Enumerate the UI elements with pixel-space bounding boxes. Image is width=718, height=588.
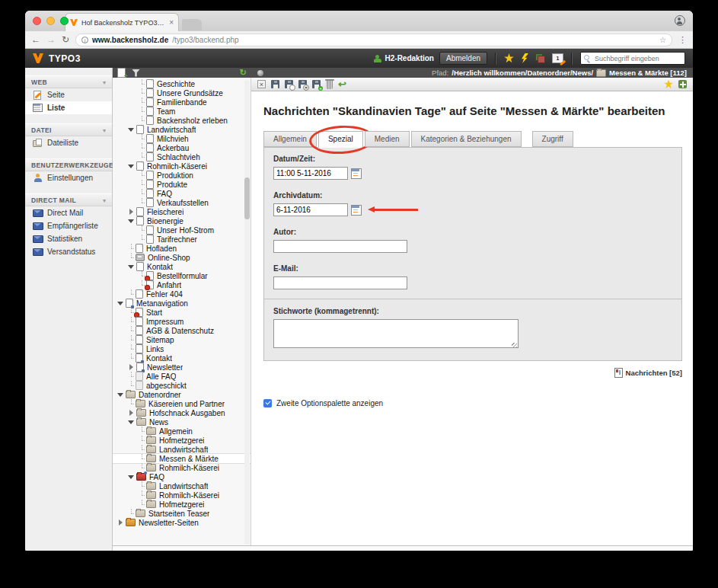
calendar-icon[interactable]: [351, 168, 362, 179]
tree-expander-icon[interactable]: [128, 419, 135, 426]
save-close-icon[interactable]: ×: [298, 80, 307, 88]
tree-scrollbar-thumb[interactable]: [244, 177, 250, 219]
tree-item-abgeschickt[interactable]: abgeschickt: [113, 381, 251, 390]
sidebar-item-empfängerliste[interactable]: Empfängerliste: [25, 219, 112, 232]
record-count-link[interactable]: Nachrichten [52]: [626, 369, 682, 377]
tree-item-hofmetzgerei[interactable]: Hofmetzgerei: [113, 436, 251, 445]
tree-expander-icon[interactable]: [128, 209, 135, 216]
calendar-icon[interactable]: [351, 205, 362, 216]
tab-zugriff[interactable]: Zugriff: [532, 131, 573, 147]
tree-item-produkte[interactable]: Produkte: [113, 180, 251, 189]
new-page-icon[interactable]: [117, 68, 126, 78]
sidebar-section-header[interactable]: WEB▾: [25, 75, 112, 88]
tree-item-produktion[interactable]: Produktion: [113, 171, 251, 180]
tree-item-familienbande[interactable]: Familienbande: [113, 97, 251, 107]
save-view-icon[interactable]: [285, 80, 293, 88]
tree-item-käsereien-und-partner[interactable]: Käsereien und Partner: [113, 399, 251, 408]
browser-profile-icon[interactable]: [675, 15, 685, 26]
tree-item-links[interactable]: Links: [113, 344, 251, 353]
sidebar-item-direct-mail[interactable]: Direct Mail: [25, 206, 112, 219]
close-icon[interactable]: [257, 80, 266, 88]
tree-item-sitemap[interactable]: Sitemap: [113, 335, 251, 344]
sidebar-item-versandstatus[interactable]: Versandstatus: [25, 245, 112, 258]
filter-icon[interactable]: [132, 69, 140, 77]
tree-expander-icon[interactable]: [128, 126, 135, 133]
current-record[interactable]: Messen & Märkte [112]: [609, 69, 687, 77]
tree-item-metanavigation[interactable]: Metanavigation: [113, 299, 251, 308]
tree-item-backensholz-erleben[interactable]: Backensholz erleben: [113, 116, 251, 125]
address-bar[interactable]: i www.backensholz.de /typo3/backend.php …: [75, 34, 672, 46]
tree-item-hofmetzgerei[interactable]: Hofmetzgerei: [113, 500, 251, 509]
undo-icon[interactable]: [338, 79, 346, 89]
minimize-window-button[interactable]: [46, 17, 55, 25]
tree-expander-icon[interactable]: [128, 364, 135, 371]
star-icon[interactable]: [504, 53, 514, 63]
tree-item-messen-märkte[interactable]: Messen & Märkte: [113, 454, 251, 463]
expand-icon[interactable]: [678, 80, 687, 88]
tree-item-team[interactable]: Team: [113, 107, 251, 116]
tree-item-faq[interactable]: FAQ: [113, 472, 251, 481]
reload-icon[interactable]: ↻: [62, 35, 69, 44]
tree-scrollbar[interactable]: [244, 80, 250, 545]
tree-item-newsletter[interactable]: Newsletter: [113, 363, 251, 372]
tab-allgemein[interactable]: Allgemein: [263, 131, 317, 147]
search-input[interactable]: [593, 54, 681, 63]
trash-icon[interactable]: [326, 81, 333, 89]
archivdatum-input[interactable]: [273, 203, 348, 216]
tree-item-tarifrechner[interactable]: Tarifrechner: [113, 235, 251, 244]
sidebar-item-einstellungen[interactable]: Einstellungen: [25, 171, 112, 184]
tree-item-newsletter-seiten[interactable]: Newsletter-Seiten: [113, 518, 251, 527]
tab-spezial[interactable]: Spezial: [318, 131, 363, 148]
zoom-window-button[interactable]: [60, 17, 69, 25]
tree-item-start[interactable]: Start: [113, 308, 251, 317]
tree-item-unser-hof-strom[interactable]: Unser Hof-Strom: [113, 225, 251, 235]
tree-item-fleischerei[interactable]: Fleischerei: [113, 207, 251, 216]
close-window-button[interactable]: [33, 17, 41, 25]
sidebar-item-statistiken[interactable]: Statistiken: [25, 232, 112, 245]
sidebar-section-header[interactable]: BENUTZERWERKZEUGE: [25, 158, 112, 171]
sidebar-section-header[interactable]: DIRECT MAIL▾: [25, 193, 112, 206]
bookmark-star-icon[interactable]: ☆: [659, 36, 666, 44]
logout-button[interactable]: Abmelden: [439, 52, 487, 65]
tree-item-hofladen[interactable]: Hofladen: [113, 244, 251, 253]
tree-expander-icon[interactable]: [117, 391, 124, 398]
tree-item-fehler-404[interactable]: Fehler 404: [113, 289, 251, 299]
bookmark-add-icon[interactable]: [664, 80, 673, 89]
email-input[interactable]: [273, 276, 407, 289]
stichworte-textarea[interactable]: [273, 319, 519, 348]
tree-expander-icon[interactable]: [117, 300, 124, 307]
tree-item-bestellformular[interactable]: Bestellformular: [113, 271, 251, 280]
tree-item-milchvieh[interactable]: Milchvieh: [113, 134, 251, 143]
sidebar-item-liste[interactable]: Liste: [25, 101, 112, 114]
tree-item-faq[interactable]: FAQ: [113, 189, 251, 198]
page-info-icon[interactable]: i: [81, 37, 88, 43]
tree-item-kontakt[interactable]: Kontakt: [113, 262, 251, 271]
tree-item-bioenergie[interactable]: Bioenergie: [113, 216, 251, 225]
browser-menu-icon[interactable]: ⋮: [678, 35, 687, 45]
forward-icon[interactable]: →: [46, 35, 56, 44]
tree-item-startseiten-teaser[interactable]: Startseiten Teaser: [113, 509, 251, 518]
tree-item-geschichte[interactable]: Geschichte: [113, 79, 251, 88]
sidebar-section-header[interactable]: DATEI▾: [25, 123, 112, 136]
autor-input[interactable]: [273, 240, 407, 253]
tree-expander-icon[interactable]: [128, 474, 135, 481]
tree-expander-icon[interactable]: [128, 264, 135, 270]
sidebar-item-seite[interactable]: Seite: [25, 88, 112, 101]
options-checkbox[interactable]: [263, 399, 272, 407]
sidebar-item-dateiliste[interactable]: Dateiliste: [25, 136, 112, 149]
tree-item-kontakt[interactable]: Kontakt: [113, 353, 251, 363]
tree-expander-icon[interactable]: [128, 218, 135, 225]
back-icon[interactable]: ←: [31, 35, 40, 44]
tab-medien[interactable]: Medien: [365, 131, 410, 147]
workspace-icon[interactable]: [535, 53, 545, 63]
tree-item-datenordner[interactable]: Datenordner: [113, 390, 251, 399]
tree-item-schlachtvieh[interactable]: Schlachtvieh: [113, 152, 251, 161]
tab-kategorien-beziehungen[interactable]: Kategorien & Beziehungen: [411, 131, 522, 147]
close-tab-icon[interactable]: ×: [169, 18, 174, 27]
tree-item-impressum[interactable]: Impressum: [113, 317, 251, 326]
tree-item-news[interactable]: News: [113, 417, 251, 427]
tree-item-landwirtschaft[interactable]: Landwirtschaft: [113, 445, 251, 454]
tree-item-online-shop[interactable]: Online-Shop: [113, 253, 251, 262]
opendocs-icon[interactable]: 1: [552, 53, 563, 63]
tree-item-agb-datenschutz[interactable]: AGB & Datenschutz: [113, 326, 251, 335]
